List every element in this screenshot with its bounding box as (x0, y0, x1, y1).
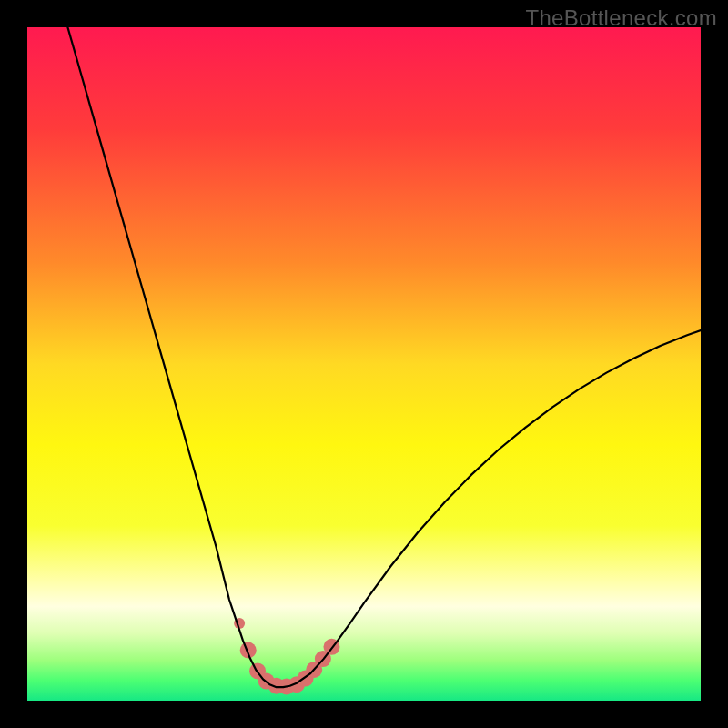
watermark-text: TheBottleneck.com (525, 5, 717, 31)
plot-area (27, 27, 701, 701)
chart-svg (27, 27, 701, 701)
chart-root: TheBottleneck.com (0, 0, 728, 728)
heat-background (27, 27, 701, 701)
